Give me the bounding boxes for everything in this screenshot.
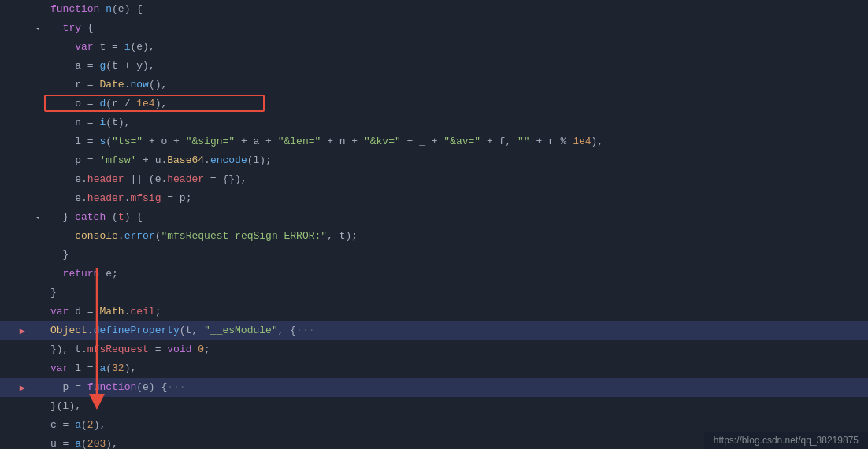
line-code: p = function(e) {··· [44, 379, 868, 396]
line-code: } [44, 284, 868, 302]
code-lines: function n(e) { ◂ try { var t = i(e), a … [0, 0, 868, 449]
code-line-active: ▶ Object.defineProperty(t, "__esModule",… [0, 321, 868, 340]
line-code: r = Date.now(), [44, 76, 868, 94]
code-line: l = s("ts=" + o + "&sign=" + a + "&len="… [0, 132, 868, 151]
code-line: }(l), [0, 397, 868, 416]
line-code: p = 'mfsw' + u.Base64.encode(l); [44, 152, 868, 169]
line-gutter: ▶ [0, 382, 32, 394]
line-code: console.error("mfsRequest reqSign ERROR:… [44, 228, 868, 245]
line-code: } catch (t) { [44, 209, 868, 226]
line-code: var t = i(e), [44, 39, 868, 56]
line-code: n = i(t), [44, 114, 868, 132]
code-line: return e; [0, 265, 868, 284]
code-editor: function n(e) { ◂ try { var t = i(e), a … [0, 0, 868, 449]
fold-arrow: ◂ [32, 213, 44, 222]
code-line-active: ▶ p = function(e) {··· [0, 378, 868, 397]
code-line: n = i(t), [0, 113, 868, 132]
url-bar: https://blog.csdn.net/qq_38219875 [704, 432, 868, 449]
code-line: var l = a(32), [0, 359, 868, 378]
line-code: var l = a(32), [44, 360, 868, 377]
code-line: } [0, 284, 868, 302]
code-line: var d = Math.ceil; [0, 302, 868, 321]
line-code: return e; [44, 265, 868, 283]
code-line: a = g(t + y), [0, 57, 868, 76]
code-line: e.header.mfsig = p; [0, 189, 868, 208]
line-code: try { [44, 20, 868, 37]
code-line: r = Date.now(), [0, 76, 868, 95]
line-code: e.header.mfsig = p; [44, 190, 868, 207]
line-code: l = s("ts=" + o + "&sign=" + a + "&len="… [44, 133, 868, 150]
code-line: }), t.mfsRequest = void 0; [0, 340, 868, 359]
line-code: a = g(t + y), [44, 58, 868, 75]
code-line: } [0, 246, 868, 265]
line-gutter: ▶ [0, 325, 32, 337]
line-code: }), t.mfsRequest = void 0; [44, 341, 868, 358]
code-line: console.error("mfsRequest reqSign ERROR:… [0, 227, 868, 246]
code-line-highlighted: o = d(r / 1e4), [0, 95, 868, 113]
code-line: function n(e) { [0, 0, 868, 19]
line-code: Object.defineProperty(t, "__esModule", {… [44, 322, 868, 340]
line-code: } [44, 247, 868, 264]
fold-arrow: ◂ [32, 24, 44, 33]
code-line: var t = i(e), [0, 38, 868, 57]
code-line: ◂ try { [0, 19, 868, 38]
line-code: var d = Math.ceil; [44, 303, 868, 321]
line-code: e.header || (e.header = {}), [44, 171, 868, 188]
line-code: function n(e) { [44, 1, 868, 18]
line-code: }(l), [44, 398, 868, 415]
code-line: p = 'mfsw' + u.Base64.encode(l); [0, 151, 868, 170]
line-code: o = d(r / 1e4), [44, 95, 868, 113]
code-line: e.header || (e.header = {}), [0, 170, 868, 189]
code-line: ◂ } catch (t) { [0, 208, 868, 227]
